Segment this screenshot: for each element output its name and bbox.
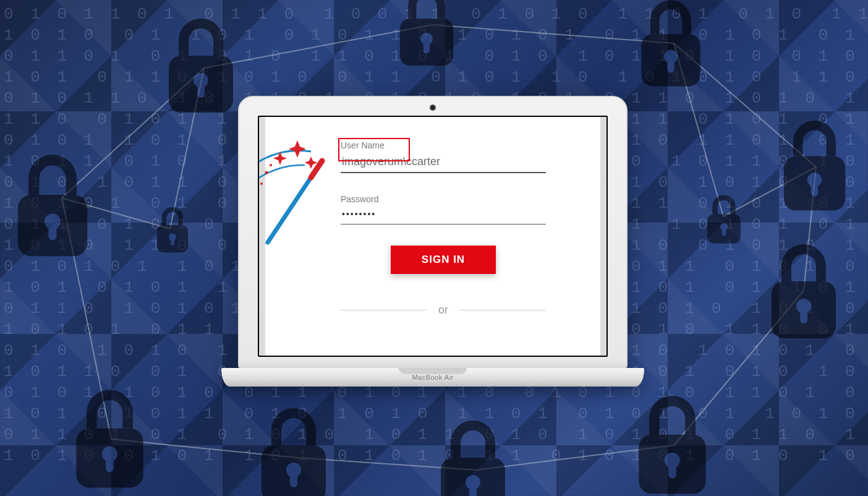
sign-in-button[interactable]: SIGN IN — [391, 246, 496, 274]
or-divider: or — [341, 304, 546, 317]
laptop-brand-label: MacBook Air — [221, 374, 644, 381]
laptop-lid: User Name Password SIGN IN — [238, 96, 628, 369]
lock-icon — [164, 19, 238, 118]
lock-icon — [767, 244, 841, 343]
screen-bezel: User Name Password SIGN IN — [258, 116, 608, 357]
username-label: User Name — [341, 140, 546, 150]
or-label: or — [438, 304, 448, 317]
magic-wand-icon — [259, 134, 342, 246]
lock-icon — [155, 207, 190, 255]
divider-line — [459, 310, 546, 310]
lock-icon — [705, 195, 743, 246]
lock-icon — [71, 390, 148, 493]
lock-icon — [779, 121, 850, 215]
password-field-wrap: Password — [341, 194, 546, 224]
screen: User Name Password SIGN IN — [259, 117, 606, 356]
divider-line — [341, 310, 427, 310]
lock-icon — [257, 408, 331, 496]
username-input[interactable] — [341, 153, 546, 173]
lock-icon — [637, 0, 705, 91]
laptop-device: User Name Password SIGN IN — [229, 96, 637, 387]
svg-point-24 — [270, 164, 272, 166]
svg-line-17 — [268, 170, 316, 242]
login-page: User Name Password SIGN IN — [265, 117, 600, 356]
lock-icon — [634, 396, 711, 496]
svg-point-19 — [265, 171, 268, 174]
password-label: Password — [341, 194, 546, 204]
signin-row: SIGN IN — [341, 246, 546, 274]
camera-icon — [430, 105, 436, 111]
lock-icon — [12, 155, 93, 262]
login-form: User Name Password SIGN IN — [341, 140, 546, 317]
lock-icon — [396, 0, 457, 70]
page-margin-right — [600, 117, 606, 356]
laptop-base: MacBook Air — [221, 368, 644, 387]
password-input[interactable] — [341, 207, 546, 224]
svg-point-21 — [260, 182, 263, 185]
lock-icon — [436, 421, 510, 496]
username-field-wrap: User Name — [341, 140, 546, 173]
